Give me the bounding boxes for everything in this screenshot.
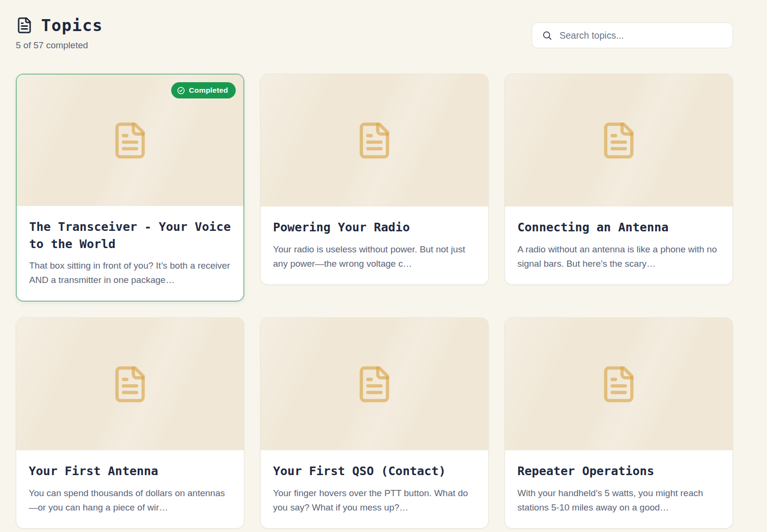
topics-grid: Completed The Transceiver - Your Voice t…: [16, 74, 733, 529]
heading-block: Topics 5 of 57 completed: [16, 16, 103, 51]
document-icon: [355, 121, 394, 160]
search-icon: [542, 30, 552, 41]
topic-card-connecting-antenna[interactable]: Connecting an Antenna A radio without an…: [504, 74, 733, 285]
completed-badge: Completed: [171, 82, 236, 98]
topic-description: Your radio is useless without power. But…: [273, 242, 476, 271]
topic-card-body: Repeater Operations With your handheld’s…: [505, 450, 733, 528]
page-header: Topics 5 of 57 completed: [16, 16, 733, 51]
title-row: Topics: [16, 16, 103, 35]
topic-title: The Transceiver - Your Voice to the Worl…: [29, 218, 231, 252]
topic-title: Repeater Operations: [517, 463, 720, 480]
topic-card-body: Your First QSO (Contact) Your finger hov…: [261, 450, 488, 528]
topic-card-first-qso[interactable]: Your First QSO (Contact) Your finger hov…: [260, 317, 489, 529]
topic-title: Your First Antenna: [29, 463, 231, 480]
document-icon: [110, 365, 150, 404]
document-icon: [599, 121, 638, 160]
topic-card-image: [261, 318, 488, 450]
topic-card-image: [16, 318, 244, 450]
topic-description: Your finger hovers over the PTT button. …: [273, 486, 476, 515]
topic-title: Your First QSO (Contact): [273, 463, 476, 480]
check-circle-icon: [177, 87, 185, 95]
topic-card-repeater-operations[interactable]: Repeater Operations With your handheld’s…: [504, 317, 733, 529]
completion-progress-text: 5 of 57 completed: [16, 40, 103, 51]
document-icon: [599, 365, 638, 404]
topic-card-image: [505, 318, 733, 450]
search-box[interactable]: [532, 22, 733, 48]
search-input[interactable]: [559, 30, 723, 41]
document-icon: [355, 365, 394, 404]
topic-description: A radio without an antenna is like a pho…: [517, 242, 720, 271]
topic-card-powering[interactable]: Powering Your Radio Your radio is useles…: [260, 74, 489, 285]
topic-card-body: Connecting an Antenna A radio without an…: [505, 206, 733, 284]
topic-description: You can spend thousands of dollars on an…: [29, 486, 231, 515]
topic-card-body: Your First Antenna You can spend thousan…: [16, 450, 244, 528]
completed-badge-label: Completed: [189, 86, 228, 95]
topic-card-image: [261, 74, 488, 206]
topic-description: That box sitting in front of you? It’s b…: [29, 259, 231, 287]
document-icon: [110, 121, 150, 160]
topic-card-body: The Transceiver - Your Voice to the Worl…: [17, 206, 243, 301]
page-title: Topics: [41, 16, 103, 35]
topic-card-image: Completed: [17, 75, 243, 206]
topic-card-transceiver[interactable]: Completed The Transceiver - Your Voice t…: [16, 74, 244, 302]
file-text-icon: [16, 17, 33, 34]
topics-page: Topics 5 of 57 completed Completed The T…: [0, 0, 767, 532]
topic-title: Connecting an Antenna: [517, 219, 720, 236]
topic-card-image: [505, 74, 733, 206]
topic-card-body: Powering Your Radio Your radio is useles…: [261, 206, 488, 284]
topic-card-first-antenna[interactable]: Your First Antenna You can spend thousan…: [16, 317, 244, 529]
topic-title: Powering Your Radio: [273, 219, 476, 236]
topic-description: With your handheld’s 5 watts, you might …: [517, 486, 720, 515]
